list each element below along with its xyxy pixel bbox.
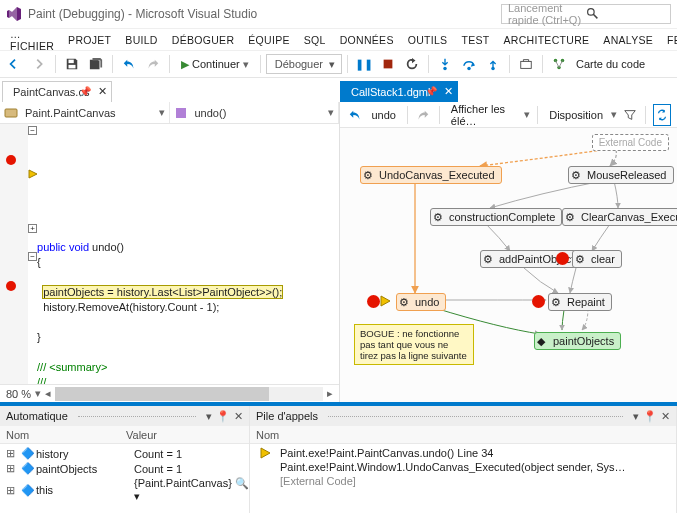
- pin-icon[interactable]: 📌: [425, 86, 437, 97]
- node-mousereleased[interactable]: ⚙MouseReleased: [568, 166, 674, 184]
- method-icon: ⚙: [483, 253, 495, 265]
- menu-test[interactable]: TEST: [454, 30, 496, 50]
- graph-undo-button[interactable]: [346, 104, 363, 126]
- expand-icon[interactable]: ⊞: [0, 447, 20, 460]
- svg-rect-8: [521, 61, 532, 68]
- node-undo[interactable]: ⚙undo: [396, 293, 446, 311]
- col-name[interactable]: Nom: [0, 429, 120, 441]
- node-undocanvas-executed[interactable]: ⚙UndoCanvas_Executed: [360, 166, 502, 184]
- toolbox-button[interactable]: [515, 53, 537, 75]
- svg-rect-3: [69, 65, 76, 69]
- save-all-button[interactable]: [85, 53, 107, 75]
- codemap-button[interactable]: Carte du code: [572, 56, 649, 72]
- method-icon: ⚙: [575, 253, 587, 265]
- method-icon: [174, 106, 188, 120]
- undo-button[interactable]: [118, 53, 140, 75]
- breakpoint-icon: [556, 252, 569, 265]
- method-icon: ⚙: [565, 211, 577, 223]
- pin-icon[interactable]: 📌: [79, 86, 91, 97]
- svg-point-5: [443, 67, 447, 71]
- fold-toggle[interactable]: −: [28, 126, 37, 135]
- codemap-icon: [548, 53, 570, 75]
- layout-button[interactable]: Disposition: [545, 107, 607, 123]
- close-icon[interactable]: ✕: [661, 410, 670, 423]
- method-icon: ⚙: [399, 296, 411, 308]
- h-scrollbar[interactable]: [55, 387, 323, 401]
- breakpoint-icon[interactable]: [6, 155, 16, 165]
- show-elements-button[interactable]: Afficher les élé…: [447, 101, 521, 129]
- menu-tools[interactable]: OUTILS: [401, 30, 455, 50]
- close-icon[interactable]: ✕: [98, 85, 107, 98]
- dropdown-icon[interactable]: ▾: [206, 410, 212, 423]
- redo-button[interactable]: [142, 53, 164, 75]
- dropdown-icon[interactable]: ▾: [633, 410, 639, 423]
- code-editor[interactable]: − + − public void undo() { paintObjects …: [0, 124, 339, 384]
- node-paintobjects[interactable]: ◆paintObjects: [534, 332, 621, 350]
- stack-frame: [External Code]: [250, 474, 676, 488]
- field-icon: 🔷: [20, 462, 36, 475]
- field-icon: 🔷: [20, 484, 36, 497]
- tab-paintcanvas[interactable]: PaintCanvas.cs 📌 ✕: [2, 81, 112, 102]
- scope-dropdown[interactable]: Paint.PaintCanvas▾: [0, 102, 170, 123]
- continue-button[interactable]: ▶ Continuer ▾: [175, 56, 255, 73]
- callstack-list[interactable]: Paint.exe!Paint.PaintCanvas.undo() Line …: [250, 444, 676, 490]
- step-into-button[interactable]: [434, 53, 456, 75]
- pin-icon[interactable]: 📍: [216, 410, 230, 423]
- svg-point-6: [467, 67, 471, 71]
- step-out-button[interactable]: [482, 53, 504, 75]
- breakpoint-icon[interactable]: [6, 281, 16, 291]
- quick-launch-input[interactable]: Lancement rapide (Ctrl+Q): [501, 4, 671, 24]
- autos-list[interactable]: ⊞🔷historyCount = 1 ⊞🔷paintObjectsCount =…: [0, 444, 249, 506]
- menu-window[interactable]: FENÊTRE: [660, 30, 677, 50]
- pause-button[interactable]: ❚❚: [353, 53, 375, 75]
- node-clear[interactable]: ⚙clear: [572, 250, 622, 268]
- menu-analyze[interactable]: ANALYSE: [596, 30, 660, 50]
- pin-icon[interactable]: 📍: [643, 410, 657, 423]
- sync-button[interactable]: [653, 104, 671, 126]
- member-dropdown[interactable]: undo()▾: [170, 102, 340, 123]
- col-name[interactable]: Nom: [250, 429, 285, 441]
- fold-toggle[interactable]: +: [28, 224, 37, 233]
- menu-architecture[interactable]: ARCHITECTURE: [496, 30, 596, 50]
- config-combo[interactable]: Déboguer▾: [266, 54, 342, 74]
- graph-undo-label: undo: [367, 107, 399, 123]
- menu-build[interactable]: BUILD: [118, 30, 164, 50]
- menu-debug[interactable]: DÉBOGUER: [165, 30, 242, 50]
- col-value[interactable]: Valeur: [120, 429, 163, 441]
- expand-icon[interactable]: ⊞: [0, 462, 20, 475]
- visualizer-icon[interactable]: 🔍: [235, 477, 249, 489]
- filter-button[interactable]: [621, 104, 638, 126]
- node-repaint[interactable]: ⚙Repaint: [548, 293, 612, 311]
- method-icon: ⚙: [571, 169, 583, 181]
- list-item: ⊞🔷historyCount = 1: [0, 446, 249, 461]
- close-icon[interactable]: ✕: [234, 410, 243, 423]
- fold-toggle[interactable]: −: [28, 252, 37, 261]
- breakpoint-icon: [367, 295, 380, 308]
- nav-fwd-button[interactable]: [28, 53, 50, 75]
- main-menubar: …FICHIER PROJET BUILD DÉBOGUER ÉQUIPE SQ…: [0, 28, 677, 50]
- stack-frame: Paint.exe!Paint.PaintCanvas.undo() Line …: [250, 446, 676, 460]
- tab-callstack-dgml[interactable]: CallStack1.dgml* 📌 ✕: [340, 81, 458, 102]
- node-constructioncomplete[interactable]: ⚙constructionComplete: [430, 208, 562, 226]
- menu-data[interactable]: DONNÉES: [333, 30, 401, 50]
- stop-button[interactable]: [377, 53, 399, 75]
- close-icon[interactable]: ✕: [444, 85, 453, 98]
- breakpoint-icon: [532, 295, 545, 308]
- current-frame-icon: [252, 447, 280, 459]
- save-button[interactable]: [61, 53, 83, 75]
- list-item: ⊞🔷this{Paint.PaintCanvas} 🔍 ▾: [0, 476, 249, 504]
- expand-icon[interactable]: ⊞: [0, 484, 20, 497]
- menu-sql[interactable]: SQL: [297, 30, 333, 50]
- menu-file[interactable]: …FICHIER: [3, 24, 61, 56]
- step-over-button[interactable]: [458, 53, 480, 75]
- code-map-canvas[interactable]: External Code ⚙UndoCanvas_Executed ⚙Mous…: [340, 128, 677, 402]
- node-clearcanvas-executed[interactable]: ⚙ClearCanvas_Executed: [562, 208, 677, 226]
- zoom-level[interactable]: 80 %: [6, 388, 31, 400]
- node-external-code[interactable]: External Code: [592, 134, 669, 151]
- nav-back-button[interactable]: [4, 53, 26, 75]
- vs-logo-icon: [6, 6, 22, 22]
- graph-redo-button[interactable]: [415, 104, 432, 126]
- menu-project[interactable]: PROJET: [61, 30, 118, 50]
- restart-button[interactable]: [401, 53, 423, 75]
- menu-team[interactable]: ÉQUIPE: [241, 30, 296, 50]
